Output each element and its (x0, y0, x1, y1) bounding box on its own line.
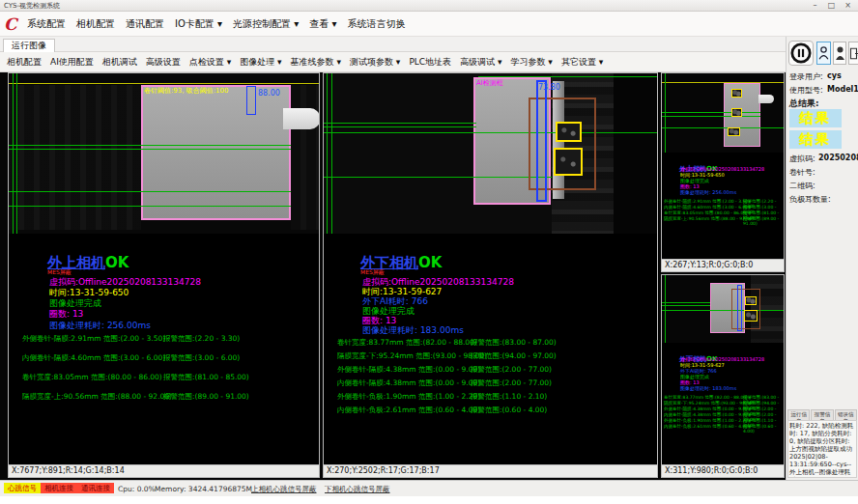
measurement: 外侧卷针-负极:1.90mm 范围:(1.00 - 2.20) (337, 392, 480, 402)
tool-camera-debug[interactable]: 相机调试 (102, 56, 137, 69)
comm-link-badge: 通讯连接 (77, 483, 114, 493)
tool-other-settings[interactable]: 其它设置 ▾ (561, 56, 603, 69)
measure-box (246, 86, 256, 115)
cpu-usage: Cpu: 0.0% (118, 485, 156, 493)
alarm-range: 报警范围:(89.00 - 91.00) (163, 392, 249, 402)
alarm-range: 报警范围:(83.00 - 87.00) (471, 338, 557, 348)
elapsed-text: 图像处理耗时: 183.00ms (362, 324, 464, 337)
maximize-button[interactable]: □ (823, 0, 840, 11)
virtual-code-label: 虚拟码: (789, 154, 815, 164)
thumb-bottom-image[interactable] (662, 275, 784, 343)
model-label: 使用型号: (789, 85, 823, 96)
thumb-top-pixel-coords: X:267;Y:13;R:0;G:0;B:0 (662, 259, 784, 271)
pin-number-label: 卷针号: (789, 167, 815, 178)
alarm-range: 报警范围:(1.10 - 2.10) (471, 392, 547, 402)
measurement: 隔膜宽度-下:95.24mm 范围:(93.00 - 98.00) (664, 401, 754, 406)
virtual-code-value: 20250208 (818, 154, 858, 162)
measure-line (9, 149, 291, 150)
close-button[interactable]: × (840, 0, 856, 11)
electrode-tab-box (745, 296, 757, 305)
measure-line (9, 145, 291, 146)
alarm-range: 报警范围:(3.00 - 6.00) (163, 353, 240, 363)
electrode-tab-box (744, 310, 758, 322)
measure-box-label: 88.00 (258, 89, 280, 98)
measure-line (662, 302, 710, 303)
menu-system-config[interactable]: 系统配置 (27, 17, 66, 31)
thumb-bottom-panel[interactable]: 外下相机OK 虚拟码:Offline20250208133134728 时间:1… (661, 274, 785, 478)
alarm-range: 报警范围:(2.00 - 77.00) (471, 365, 552, 375)
login-user-value: cys (827, 71, 842, 80)
measure-line (324, 177, 552, 178)
left-camera-panel[interactable]: 88.00 卷针阈值:93, 吸合阈值:100 外上相机OK MES屏蔽 虚拟码… (8, 72, 320, 478)
middle-camera-panel[interactable]: 73.80 AI检测框 外下相机OK MES屏蔽 虚拟码:Offline2025… (323, 72, 658, 478)
measure-line (324, 123, 476, 124)
machine-texture (614, 73, 657, 234)
separator-region (141, 85, 291, 220)
user-icon (835, 45, 845, 61)
alarm-range: 报警范围:(0.60 - 4.00) (743, 424, 784, 434)
lower-camera-heartbeat-mask-link[interactable]: 下相机心跳信号屏蔽 (325, 485, 390, 494)
thumb-top-image[interactable] (662, 73, 784, 153)
tool-image-process[interactable]: 图像处理 ▾ (240, 56, 281, 69)
measurement: 内侧卷针-负极:2.61mm 范围:(0.60 - 4.00) (664, 424, 750, 429)
menu-io-config[interactable]: IO卡配置 ▾ (175, 17, 222, 31)
electrode-tab-box (728, 127, 740, 136)
alarm-range: 报警范围:(94.00 - 97.00) (471, 351, 557, 361)
user-login-icon (818, 45, 829, 61)
model-value: Model1 (827, 85, 858, 94)
app-window: CYS-视觉检测系统 – □ × C 系统配置 相机配置 通讯配置 IO卡配置 … (0, 0, 858, 504)
right-sidebar: 登录用户: cys 使用型号: Model1 总结果: 结果 结果 虚拟码: 2… (786, 37, 858, 480)
machine-texture (291, 85, 319, 230)
tool-baseline-params[interactable]: 基准线参数 ▾ (291, 56, 341, 69)
minimize-button[interactable]: – (807, 0, 823, 11)
measure-line (662, 127, 784, 128)
run-log[interactable]: 耗时: 222, 缺陷检测耗时: 17, 缺陷分类耗时: 0, 缺陷提取分区耗时… (787, 420, 857, 478)
measure-line (662, 305, 710, 306)
exit-button[interactable] (848, 42, 858, 65)
reference-line (9, 83, 319, 84)
electrode-tab-box (554, 148, 583, 176)
guide-line (327, 73, 328, 234)
tool-advanced-setting[interactable]: 高级设置 (146, 56, 181, 69)
tool-ai-usage-config[interactable]: AI使用配置 (50, 56, 94, 69)
result-badge-1: 结果 (789, 109, 842, 127)
middle-camera-image[interactable]: 73.80 AI检测框 (324, 73, 657, 234)
tool-advanced-debug[interactable]: 高级调试 ▾ (460, 56, 501, 69)
tool-spot-check[interactable]: 点检设置 ▾ (189, 56, 231, 69)
left-camera-image[interactable]: 88.00 卷针阈值:93, 吸合阈值:100 (9, 73, 319, 234)
electrode-tab-box (731, 108, 742, 117)
menu-language-switch[interactable]: 系统语言切换 (347, 17, 405, 31)
guide-line (665, 275, 666, 343)
window-title: CYS-视觉检测系统 (4, 0, 60, 12)
roller-shape (758, 95, 774, 103)
menu-light-config[interactable]: 光源控制配置 ▾ (233, 17, 299, 31)
measurement: 卷针宽度:83.05mm 范围:(80.00 - 86.00) (664, 210, 748, 215)
threshold-label: 卷针阈值:93, 吸合阈值:100 (144, 86, 228, 96)
pause-button[interactable] (788, 41, 814, 66)
alarm-range: 报警范围:(89.00 - 91.00) (743, 216, 784, 226)
measurement: 卷针宽度:83.05mm 范围:(80.00 - 86.00) (22, 373, 162, 382)
tool-plc-address[interactable]: PLC地址表 (409, 56, 451, 69)
tool-camera-config[interactable]: 相机配置 (7, 56, 42, 69)
menu-view[interactable]: 查看 ▾ (309, 17, 336, 31)
user-button[interactable] (833, 42, 846, 65)
menu-comm-config[interactable]: 通讯配置 (126, 17, 164, 31)
measure-line (9, 191, 291, 192)
thumb-top-panel[interactable]: 外上相机OK 虚拟码:Offline20250208133134728 时间:1… (661, 72, 785, 272)
measure-box (536, 80, 547, 202)
thumb-bottom-pixel-coords: X:311;Y:980;R:0;G:0;B:0 (662, 464, 784, 477)
status-bar: 心跳信号 相机连接 通讯连接 Cpu: 0.0% Memory: 3424.41… (0, 480, 858, 496)
exit-icon (849, 46, 858, 61)
qr-code-label: 二维码: (789, 181, 815, 191)
login-user-button[interactable] (816, 42, 831, 65)
tab-run-image[interactable]: 运行图像 (3, 39, 55, 53)
tool-test-params[interactable]: 测试项参数 ▾ (350, 56, 400, 69)
measurement: 卷针宽度:83.77mm 范围:(82.00 - 88.00) (664, 395, 748, 400)
electrode-tab-box (556, 122, 582, 142)
pause-icon (790, 42, 812, 64)
upper-camera-heartbeat-mask-link[interactable]: 上相机心跳信号屏蔽 (251, 485, 317, 494)
app-logo-icon: C (4, 14, 21, 34)
measure-box-label: 73.80 (538, 83, 560, 92)
menu-camera-config[interactable]: 相机配置 (76, 17, 115, 31)
tool-learning-params[interactable]: 学习参数 ▾ (511, 56, 553, 69)
